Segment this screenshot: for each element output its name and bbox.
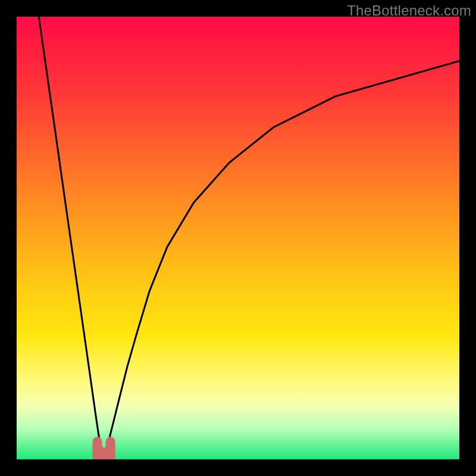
bottleneck-curve-right xyxy=(103,61,459,459)
curve-layer xyxy=(17,17,459,459)
min-marker-left xyxy=(95,446,105,455)
plot-area xyxy=(17,17,459,459)
min-marker-right xyxy=(104,446,113,455)
watermark-text: TheBottleneck.com xyxy=(347,2,471,19)
chart-frame: TheBottleneck.com xyxy=(0,0,476,476)
bottleneck-curve-left xyxy=(39,17,103,459)
